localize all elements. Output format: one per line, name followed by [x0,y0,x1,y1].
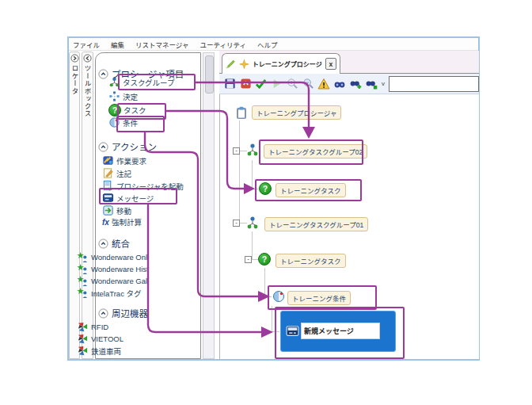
tree-line [252,160,253,189]
tree-line [272,331,279,332]
message-icon [286,324,299,338]
pencil-icon [226,59,236,70]
node-rename-input[interactable] [301,323,380,339]
document-tab-title: トレーニングプロシージャ [253,59,322,68]
toolbox-item-rfid[interactable]: RFID [77,321,108,333]
toolbox-item-label: RFID [91,323,108,331]
find-button[interactable] [333,77,347,90]
toolbox-item-condition[interactable]: 条件 [108,117,138,128]
toolbox-item-note[interactable]: 注記 [102,167,131,179]
menu-bar: ファイル 編集 リストマネージャ ユーティリティ ヘルプ [69,38,478,51]
menu-file[interactable]: ファイル [73,40,100,49]
save-button[interactable] [223,77,237,90]
move-icon [102,204,114,216]
tree-node-task1[interactable]: トレーニングタスク [276,183,346,197]
scrollbar-thumb[interactable] [205,55,214,94]
tree-line [239,120,240,224]
find-dropdown[interactable]: v [382,80,385,87]
tree-line [264,268,265,296]
tree-line [252,259,258,260]
toolbox-item-label: Wonderware Gal [91,277,147,285]
decision-icon [108,90,120,102]
section-integration[interactable]: 統合 [98,237,130,250]
tree-line [252,231,253,259]
tree-line [264,296,272,297]
toolbox-item-wonderware-online[interactable]: Wonderware Onl [77,251,147,263]
toolbox-item-label: 鉄道車両 [91,346,121,357]
pinwheel-icon [77,345,89,357]
star-person-icon [77,251,89,263]
section-label: 統合 [112,237,130,250]
note-icon [102,167,114,179]
tree-line [272,306,272,331]
toolbox-item-task-group[interactable]: タスクグループ [108,76,175,88]
toolbox-item-task[interactable]: ? タスク [108,104,146,117]
tree-node-condition[interactable]: トレーニング条件 [287,291,351,305]
chevron-up-circle-icon [98,142,108,152]
toolbox-item-label: メッセージ [116,193,154,204]
zoom-out-button[interactable] [302,77,315,90]
tree-node-group01[interactable]: トレーニングタスクグループ01 [264,217,368,231]
editor-toolbar: v [219,74,479,94]
section-actions[interactable]: アクション [98,140,157,153]
run-button[interactable] [270,77,283,90]
tree-node-root[interactable]: トレーニングプロシージャ [252,105,341,120]
sparkle-icon [239,59,249,70]
chevron-up-circle-icon [98,239,108,249]
menu-list-manager[interactable]: リストマネージャ [135,40,188,49]
toolbox-item-wonderware-galaxy[interactable]: Wonderware Gal [77,275,147,287]
chevron-right-circle-icon [70,54,79,63]
toolbox-item-railway[interactable]: 鉄道車両 [77,345,121,357]
find-add-button[interactable] [348,77,362,90]
section-peripherals[interactable]: 周辺機器 [98,307,148,319]
tree-node-group02[interactable]: トレーニングタスクグループ02 [264,144,367,159]
toolbox-item-work-request[interactable]: 作業要求 [102,155,146,166]
tree-line [252,189,258,189]
expand-toggle[interactable]: - [245,256,252,263]
menu-edit[interactable]: 編集 [111,40,124,49]
section-label: アクション [112,140,157,153]
task-group-icon [246,143,259,157]
toolbox-scrollbar[interactable] [203,52,215,359]
toolbox-item-wonderware-historian[interactable]: Wonderware Hist [77,263,149,275]
expand-toggle[interactable]: - [233,147,240,155]
star-person-icon [77,275,89,287]
validate-button[interactable] [255,77,268,90]
toolbox-item-message[interactable]: メッセージ [102,192,154,204]
screenshot-stage: ファイル 編集 リストマネージャ ユーティリティ ヘルプ ロケータ ツールボック… [0,0,532,405]
pinwheel-icon [77,333,89,345]
publish-button[interactable] [239,77,253,90]
toolbox-item-launch-procedure[interactable]: プロシージャを起動 [102,180,184,192]
expand-toggle[interactable]: - [233,220,240,227]
work-request-icon [102,155,114,166]
toolbox-item-label: 決定 [123,91,138,102]
message-icon [102,192,114,204]
find-input[interactable] [389,76,479,92]
document-tab[interactable]: トレーニングプロシージャ x [222,53,340,74]
tab-close-button[interactable]: x [325,58,336,70]
condition-icon [272,290,285,303]
zoom-in-button[interactable] [286,77,299,90]
toolbox-item-label: 作業要求 [116,155,146,166]
task-group-icon [108,76,120,88]
toolbox-item-label: VIETOOL [91,334,124,343]
toolbox-item-vietool[interactable]: VIETOOL [77,333,124,345]
toolbox-item-label: 移動 [116,205,131,216]
toolbox-item-intelatrac-tag[interactable]: IntelaTrac タグ [77,287,142,299]
sidebar-tab-toolbox[interactable]: ツールボックス [82,52,93,359]
warning-button[interactable] [317,77,331,90]
toolbox-item-move[interactable]: 移動 [102,204,131,216]
menu-help[interactable]: ヘルプ [257,40,278,49]
toolbox-item-label: タスク [124,105,146,116]
clipboard-icon [235,106,248,120]
sidebar-tab-locator[interactable]: ロケータ [69,52,80,359]
toolbox-item-decision[interactable]: 決定 [108,90,138,102]
find-next-button[interactable] [364,77,378,90]
toolbox-item-label: プロシージャを起動 [116,181,184,192]
menu-utility[interactable]: ユーティリティ [200,40,245,49]
tree-node-task2[interactable]: トレーニングタスク [276,254,346,268]
toolbox-item-forced-calc[interactable]: fx 強制計算 [102,216,142,227]
section-label: 周辺機器 [112,307,148,319]
pinwheel-icon [77,321,89,333]
fx-icon: fx [102,218,109,227]
